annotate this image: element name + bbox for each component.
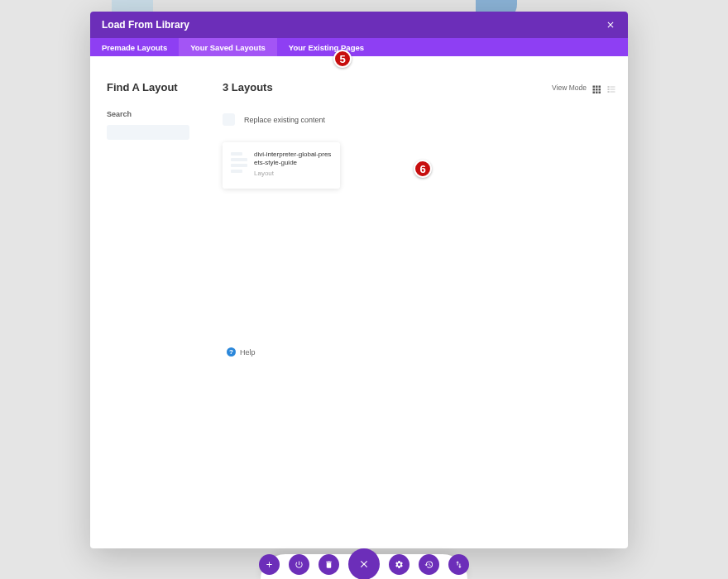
search-input[interactable]	[107, 125, 189, 140]
layout-title: divi-interpreter-global-presets-style-gu…	[254, 151, 332, 168]
list-view-icon[interactable]	[606, 83, 616, 93]
sidebar: Find A Layout Search	[107, 81, 214, 537]
close-icon[interactable]	[605, 19, 616, 31]
replace-content-row: Replace existing content	[223, 113, 616, 126]
svg-rect-4	[596, 89, 598, 91]
history-button[interactable]	[419, 554, 439, 575]
close-toolbar-button[interactable]	[348, 548, 380, 579]
library-modal: Load From Library Premade Layouts Your S…	[90, 12, 628, 548]
layout-thumbnail	[231, 151, 247, 180]
annotation-6: 6	[414, 160, 432, 178]
annotation-5: 5	[333, 50, 352, 68]
svg-rect-3	[593, 89, 596, 91]
svg-rect-0	[593, 85, 596, 88]
help-label: Help	[240, 348, 256, 356]
layouts-heading: 3 Layouts	[223, 81, 273, 93]
replace-label: Replace existing content	[244, 116, 325, 124]
svg-rect-14	[611, 91, 615, 92]
help-icon: ?	[227, 347, 236, 356]
modal-header: Load From Library	[90, 12, 628, 38]
search-label: Search	[107, 110, 214, 118]
grid-view-icon[interactable]	[592, 83, 601, 93]
bottom-toolbar	[259, 548, 469, 579]
svg-rect-9	[608, 86, 610, 88]
view-mode-controls: View Mode	[552, 83, 616, 93]
tabs-bar: Premade Layouts Your Saved Layouts Your …	[90, 38, 628, 56]
power-button[interactable]	[289, 554, 309, 575]
main-header: 3 Layouts View Mode	[223, 81, 616, 93]
tab-label: Your Existing Pages	[289, 43, 364, 52]
tab-label: Your Saved Layouts	[190, 43, 266, 52]
main-panel: 3 Layouts View Mode Replace existing con…	[223, 81, 616, 537]
layout-type: Layout	[254, 170, 332, 177]
tab-premade-layouts[interactable]: Premade Layouts	[90, 38, 179, 56]
tab-your-saved-layouts[interactable]: Your Saved Layouts	[179, 38, 277, 56]
help-link[interactable]: ? Help	[227, 347, 256, 356]
view-mode-label: View Mode	[552, 84, 587, 92]
svg-rect-12	[611, 89, 615, 89]
svg-rect-1	[596, 85, 598, 88]
layout-info: divi-interpreter-global-presets-style-gu…	[254, 151, 332, 180]
svg-rect-2	[599, 85, 601, 88]
settings-button[interactable]	[389, 554, 410, 575]
modal-body: Find A Layout Search 3 Layouts View Mode	[90, 56, 628, 548]
replace-checkbox[interactable]	[223, 113, 235, 126]
svg-rect-8	[599, 91, 601, 93]
tab-your-existing-pages[interactable]: Your Existing Pages	[277, 38, 376, 56]
svg-rect-13	[608, 91, 610, 93]
svg-rect-6	[593, 91, 596, 93]
svg-rect-7	[596, 91, 598, 93]
sidebar-heading: Find A Layout	[107, 81, 214, 93]
layout-card[interactable]: divi-interpreter-global-presets-style-gu…	[223, 142, 340, 189]
tab-label: Premade Layouts	[102, 43, 167, 52]
svg-rect-5	[599, 89, 601, 91]
add-button[interactable]	[259, 554, 280, 575]
svg-rect-10	[611, 86, 615, 87]
trash-button[interactable]	[318, 554, 339, 575]
svg-rect-11	[608, 89, 610, 90]
sort-button[interactable]	[448, 554, 469, 575]
modal-title: Load From Library	[102, 19, 189, 31]
